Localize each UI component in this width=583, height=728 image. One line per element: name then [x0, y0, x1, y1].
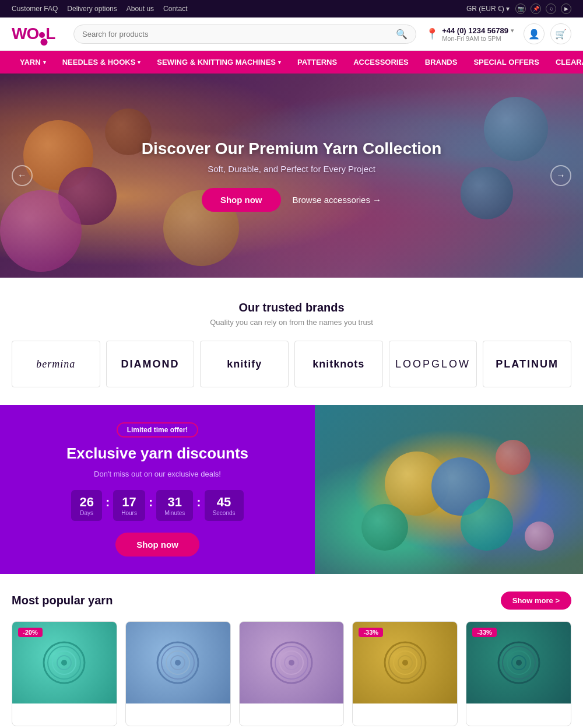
nav-sewing[interactable]: SEWING & KNITTING MACHINES ▾ [149, 51, 289, 74]
brand-name: bermina [36, 358, 75, 370]
brand-name: LOOPGLOW [395, 358, 470, 370]
faq-link[interactable]: Customer FAQ [12, 5, 58, 13]
brand-name: knitknots [312, 358, 364, 370]
hero-shop-now-button[interactable]: Shop now [202, 188, 281, 212]
brands-subtitle: Quality you can rely on from the names y… [12, 318, 571, 327]
tiktok-icon[interactable]: ♫ [546, 4, 556, 14]
nav-right: BRANDS SPECIAL OFFERS CLEARANCE [417, 51, 583, 74]
popular-title: Most popular yarn [12, 594, 113, 607]
svg-point-4 [61, 660, 67, 666]
product-image-2 [126, 622, 230, 704]
hero-browse-link[interactable]: Browse accessories → [293, 195, 382, 205]
nav-needles[interactable]: NEEDLES & HOOKS ▾ [54, 51, 149, 74]
countdown-sep-1: : [106, 495, 110, 510]
nav-clearance[interactable]: CLEARANCE [547, 51, 583, 74]
cart-button[interactable]: 🛒 [550, 23, 571, 44]
hero-banner: ← Discover Our Premium Yarn Collection S… [0, 74, 583, 278]
days-value: 26 [79, 495, 93, 510]
about-link[interactable]: About us [127, 5, 154, 13]
countdown-seconds: 45 Seconds [205, 490, 244, 521]
nav: YARN ▾ NEEDLES & HOOKS ▾ SEWING & KNITTI… [0, 51, 583, 74]
search-input[interactable] [82, 30, 396, 38]
logo[interactable]: WO●L [12, 24, 64, 43]
product-card-1[interactable]: -20% [12, 621, 117, 726]
brand-name: DIAMOND [121, 358, 179, 370]
search-button[interactable]: 🔍 [396, 29, 408, 40]
header-actions: 👤 🛒 [524, 23, 571, 44]
countdown-hours: 17 Hours [113, 490, 145, 521]
pinterest-icon[interactable]: 📌 [531, 4, 541, 14]
youtube-icon[interactable]: ▶ [561, 4, 571, 14]
discount-badge-4: -33% [359, 628, 383, 637]
promo-subtitle: Don't miss out on our exclusive deals! [94, 470, 221, 478]
countdown-minutes: 31 Minutes [156, 490, 193, 521]
countdown-days: 26 Days [71, 490, 101, 521]
popular-section: Most popular yarn Show more > -20% [0, 574, 583, 728]
brand-bermina[interactable]: bermina [12, 341, 100, 387]
brand-knitify[interactable]: knitify [200, 341, 289, 387]
minutes-value: 31 [164, 495, 185, 510]
nav-brands[interactable]: BRANDS [417, 51, 466, 74]
delivery-link[interactable]: Delivery options [67, 5, 117, 13]
nav-patterns[interactable]: PATTERNS [289, 51, 345, 74]
brands-title: Our trusted brands [12, 301, 571, 314]
brand-name: PLATINUM [496, 358, 559, 370]
search-bar: 🔍 [73, 24, 416, 44]
hero-title: Discover Our Premium Yarn Collection [142, 139, 442, 158]
hero-next-button[interactable]: → [550, 165, 571, 186]
needles-chevron-icon: ▾ [138, 60, 141, 65]
phone-block: 📍 +44 (0) 1234 56789 ▾ Mon-Fri 9AM to 5P… [426, 26, 514, 42]
top-bar-links: Customer FAQ Delivery options About us C… [12, 5, 187, 13]
nav-accessories[interactable]: ACCESSORIES [345, 51, 417, 74]
product-image-3 [240, 622, 344, 704]
phone-hours: Mon-Fri 9AM to 5PM [442, 35, 514, 42]
contact-link[interactable]: Contact [163, 5, 187, 13]
top-bar: Customer FAQ Delivery options About us C… [0, 0, 583, 18]
social-icons: 📷 📌 ♫ ▶ [515, 4, 571, 14]
promo-title: Exclusive yarn discounts [66, 444, 248, 463]
brand-name: knitify [227, 358, 262, 370]
top-bar-right: GR (EUR €) ▾ 📷 📌 ♫ ▶ [466, 4, 571, 14]
promo-shop-now-button[interactable]: Shop now [115, 533, 199, 556]
countdown-sep-3: : [196, 495, 201, 510]
account-button[interactable]: 👤 [524, 23, 545, 44]
promo-left: Limited time offer! Exclusive yarn disco… [0, 405, 315, 574]
discount-badge-1: -20% [18, 628, 43, 637]
limited-time-badge: Limited time offer! [117, 422, 199, 438]
sewing-chevron-icon: ▾ [278, 60, 281, 65]
region-selector[interactable]: GR (EUR €) ▾ [466, 5, 510, 13]
header: WO●L 🔍 📍 +44 (0) 1234 56789 ▾ Mon-Fri 9A… [0, 18, 583, 51]
nav-special-offers[interactable]: SPECIAL OFFERS [465, 51, 547, 74]
hero-prev-button[interactable]: ← [12, 165, 33, 186]
svg-point-9 [175, 660, 181, 666]
nav-yarn[interactable]: YARN ▾ [12, 51, 54, 74]
brand-platinum[interactable]: PLATINUM [483, 341, 571, 387]
product-card-5[interactable]: -33% [466, 621, 571, 726]
svg-point-19 [402, 660, 408, 666]
countdown-sep-2: : [149, 495, 153, 510]
show-more-button[interactable]: Show more > [501, 592, 571, 610]
product-card-4[interactable]: -33% [352, 621, 458, 726]
brand-loopglow[interactable]: LOOPGLOW [389, 341, 477, 387]
instagram-icon[interactable]: 📷 [515, 4, 526, 14]
hero-subtitle: Soft, Durable, and Perfect for Every Pro… [142, 164, 442, 174]
seconds-value: 45 [213, 495, 236, 510]
phone-chevron[interactable]: ▾ [511, 27, 514, 34]
nav-left: YARN ▾ NEEDLES & HOOKS ▾ SEWING & KNITTI… [12, 51, 417, 74]
products-grid: -20% [12, 621, 571, 726]
hero-content: Discover Our Premium Yarn Collection Sof… [142, 139, 442, 212]
product-card-3[interactable] [239, 621, 345, 726]
svg-point-24 [516, 660, 522, 666]
popular-header: Most popular yarn Show more > [12, 592, 571, 610]
brands-section: Our trusted brands Quality you can rely … [0, 278, 583, 405]
hours-label: Hours [121, 510, 137, 516]
hours-value: 17 [121, 495, 137, 510]
promo-section: Limited time offer! Exclusive yarn disco… [0, 405, 583, 574]
days-label: Days [79, 510, 93, 516]
promo-right [315, 405, 583, 574]
product-card-2[interactable] [125, 621, 231, 726]
phone-number: +44 (0) 1234 56789 [442, 26, 508, 35]
yarn-chevron-icon: ▾ [43, 60, 46, 65]
brand-diamond[interactable]: DIAMOND [106, 341, 195, 387]
brand-knitknots[interactable]: knitknots [294, 341, 383, 387]
